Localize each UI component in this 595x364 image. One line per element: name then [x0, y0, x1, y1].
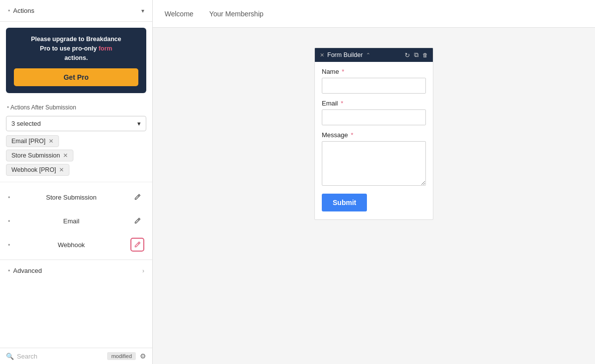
tag-store-submission-label: Store Submission [11, 152, 60, 159]
action-item-email: Email [0, 209, 152, 233]
name-required-star: * [342, 68, 344, 75]
search-wrap: 🔍 Search [6, 353, 103, 360]
form-builder-delete-icon[interactable]: 🗑 [422, 52, 428, 58]
advanced-chevron-icon: › [142, 267, 144, 274]
email-required-star: * [341, 100, 343, 107]
upgrade-highlight: form [99, 45, 113, 52]
canvas-area: ✕ Form Builder ⌃ ↻ ⧉ 🗑 Name * [153, 28, 595, 364]
actions-title: Actions [8, 7, 34, 14]
nav-item-welcome[interactable]: Welcome [165, 1, 193, 27]
action-item-webhook: Webhook [0, 233, 152, 257]
svg-line-0 [138, 196, 139, 197]
webhook-edit-icon[interactable] [130, 238, 144, 252]
upgrade-banner: Please upgrade to BreakdancePro to use p… [6, 28, 146, 93]
form-builder-duplicate-icon[interactable]: ⧉ [414, 51, 418, 59]
action-item-email-label: Email [63, 217, 80, 225]
form-label-message: Message * [322, 131, 426, 139]
actions-chevron-icon: ▾ [141, 7, 144, 14]
advanced-section[interactable]: Advanced › [0, 260, 152, 281]
svg-line-2 [138, 243, 139, 244]
nav-item-your-membership[interactable]: Your Membership [209, 1, 263, 27]
form-builder-chevron-icon: ⌃ [366, 52, 370, 58]
form-body: Name * Email * Message * Submit [315, 62, 433, 219]
email-edit-icon[interactable] [130, 214, 144, 228]
tag-store-submission-close-icon[interactable]: ✕ [63, 152, 68, 159]
form-input-name[interactable] [322, 78, 426, 94]
action-item-store-submission-label: Store Submission [46, 194, 97, 201]
dropdown-value: 3 selected [11, 120, 41, 127]
tag-webhook-pro-label: Webhook [PRO] [11, 166, 56, 173]
message-required-star: * [351, 131, 353, 139]
tag-webhook-pro-close-icon[interactable]: ✕ [59, 166, 64, 173]
top-nav: Welcome Your Membership [153, 0, 595, 28]
sidebar: Actions ▾ Please upgrade to BreakdancePr… [0, 0, 153, 364]
tag-webhook-pro: Webhook [PRO] ✕ [6, 164, 69, 176]
modified-badge: modified [107, 352, 136, 360]
store-submission-edit-icon[interactable] [130, 190, 144, 204]
tag-email-pro-close-icon[interactable]: ✕ [49, 138, 54, 145]
settings-icon[interactable]: ⚙ [140, 352, 146, 360]
dropdown-chevron-icon: ▾ [137, 120, 141, 127]
form-label-email: Email * [322, 100, 426, 107]
main-content: Welcome Your Membership ✕ Form Builder ⌃… [153, 0, 595, 364]
tag-email-pro: Email [PRO] ✕ [6, 135, 59, 147]
bottom-search-bar: 🔍 Search modified ⚙ [0, 348, 152, 364]
form-builder-cross-icon[interactable]: ✕ [320, 52, 324, 58]
action-items-list: Store Submission Email W [0, 182, 152, 260]
upgrade-banner-text: Please upgrade to BreakdancePro to use p… [14, 35, 138, 62]
submit-button[interactable]: Submit [322, 194, 367, 211]
form-builder-refresh-icon[interactable]: ↻ [405, 52, 410, 59]
tags-area: Email [PRO] ✕ Store Submission ✕ Webhook… [0, 135, 152, 179]
form-builder-title-wrap: ✕ Form Builder ⌃ [320, 52, 370, 58]
form-builder-widget: ✕ Form Builder ⌃ ↻ ⧉ 🗑 Name * [314, 48, 433, 220]
form-builder-actions: ↻ ⧉ 🗑 [405, 51, 428, 59]
form-field-email: Email * [322, 100, 426, 125]
form-input-email[interactable] [322, 109, 426, 125]
tag-store-submission: Store Submission ✕ [6, 150, 73, 161]
form-builder-title: Form Builder [327, 52, 363, 58]
actions-section-header[interactable]: Actions ▾ [0, 0, 152, 22]
actions-after-submission-label: Actions After Submission [0, 99, 152, 114]
advanced-title: Advanced [8, 267, 42, 274]
form-field-message: Message * [322, 131, 426, 188]
tag-email-pro-label: Email [PRO] [11, 138, 46, 145]
actions-dropdown[interactable]: 3 selected ▾ [6, 116, 146, 131]
svg-line-1 [138, 219, 139, 220]
form-builder-header: ✕ Form Builder ⌃ ↻ ⧉ 🗑 [315, 48, 433, 62]
action-item-webhook-label: Webhook [58, 241, 85, 249]
search-placeholder: Search [17, 353, 37, 360]
action-item-store-submission: Store Submission [0, 185, 152, 209]
form-field-name: Name * [322, 68, 426, 94]
form-textarea-message[interactable] [322, 141, 426, 186]
search-icon: 🔍 [6, 353, 14, 360]
get-pro-button[interactable]: Get Pro [14, 68, 138, 86]
form-label-name: Name * [322, 68, 426, 75]
